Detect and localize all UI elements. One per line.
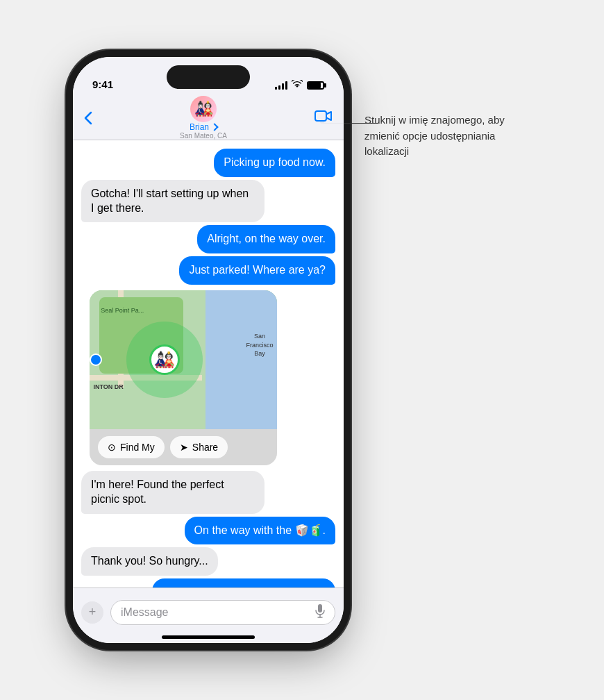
street-label: INTON DR bbox=[93, 383, 123, 390]
location-avatar: 🎎 bbox=[149, 344, 180, 375]
map-bubble[interactable]: Seal Point Pa... SanFranciscoBay INTON D… bbox=[90, 290, 277, 465]
message-bubble[interactable]: I'm here! Found the perfect picnic spot. bbox=[81, 471, 265, 514]
bay-label: SanFranciscoBay bbox=[246, 332, 274, 358]
svg-rect-1 bbox=[318, 604, 322, 612]
message-row: Gotcha! I'll start setting up when I get… bbox=[73, 180, 344, 223]
add-attachment-button[interactable]: + bbox=[81, 601, 103, 624]
microphone-icon[interactable] bbox=[315, 604, 325, 621]
phone-frame: 9:41 bbox=[73, 57, 344, 643]
contact-header[interactable]: 🎎 Brian San Mateo, CA bbox=[180, 96, 227, 140]
home-indicator bbox=[162, 635, 255, 639]
dynamic-island bbox=[167, 65, 250, 89]
page-wrapper: 9:41 bbox=[73, 57, 531, 643]
message-row: On the way with the 🥡🧃. bbox=[73, 517, 344, 545]
map-buttons: ⊙ Find My ➤ Share bbox=[90, 429, 277, 465]
find-my-button[interactable]: ⊙ Find My bbox=[98, 436, 165, 458]
annotation-area: Stuknij w imię znajomego, aby zmienić op… bbox=[364, 57, 531, 160]
share-label: Share bbox=[192, 442, 218, 453]
message-row: Just parked! Where are ya? bbox=[73, 256, 344, 285]
message-bubble[interactable]: Thank you! So hungry... bbox=[81, 547, 218, 576]
status-time: 9:41 bbox=[92, 78, 113, 90]
status-icons bbox=[275, 80, 324, 90]
message-row: Picking up food now. bbox=[73, 149, 344, 177]
svg-rect-0 bbox=[315, 111, 326, 121]
wifi-icon bbox=[292, 80, 303, 90]
find-my-label: Find My bbox=[120, 442, 155, 453]
annotation-text: Stuknij w imię znajomego, aby zmienić op… bbox=[364, 112, 531, 160]
video-call-button[interactable] bbox=[314, 110, 333, 126]
contact-name: Brian bbox=[190, 122, 217, 132]
message-row: Alright, on the way over. bbox=[73, 225, 344, 253]
contact-location: San Mateo, CA bbox=[180, 132, 227, 140]
message-bubble[interactable]: Me too, haha. See you shortly! 😎 bbox=[152, 578, 335, 588]
battery-icon bbox=[307, 81, 324, 90]
back-button[interactable] bbox=[84, 111, 92, 125]
chevron-icon bbox=[210, 123, 218, 131]
message-bubble[interactable]: Alright, on the way over. bbox=[197, 225, 335, 253]
find-my-icon: ⊙ bbox=[108, 442, 116, 453]
nav-bar: 🎎 Brian San Mateo, CA bbox=[73, 96, 344, 140]
input-bar: + iMessage bbox=[73, 588, 344, 643]
input-placeholder: iMessage bbox=[121, 606, 168, 619]
park-label: Seal Point Pa... bbox=[101, 307, 144, 314]
map-message-row: Seal Point Pa... SanFranciscoBay INTON D… bbox=[73, 288, 344, 468]
message-bubble[interactable]: Gotcha! I'll start setting up when I get… bbox=[81, 180, 265, 223]
share-icon: ➤ bbox=[180, 442, 188, 453]
message-bubble[interactable]: Just parked! Where are ya? bbox=[179, 256, 335, 285]
share-button[interactable]: ➤ Share bbox=[170, 436, 228, 458]
map-water bbox=[205, 290, 277, 429]
signal-icon bbox=[275, 81, 287, 90]
map-background: Seal Point Pa... SanFranciscoBay INTON D… bbox=[90, 290, 277, 429]
message-bubble[interactable]: On the way with the 🥡🧃. bbox=[185, 517, 335, 545]
chat-area: Picking up food now. Gotcha! I'll start … bbox=[73, 140, 344, 588]
message-bubble[interactable]: Picking up food now. bbox=[214, 149, 335, 177]
message-row: Me too, haha. See you shortly! 😎 bbox=[73, 578, 344, 588]
map-image[interactable]: Seal Point Pa... SanFranciscoBay INTON D… bbox=[90, 290, 277, 429]
message-input[interactable]: iMessage bbox=[110, 600, 335, 625]
message-row: I'm here! Found the perfect picnic spot. bbox=[73, 471, 344, 514]
message-row: Thank you! So hungry... bbox=[73, 547, 344, 576]
avatar: 🎎 bbox=[190, 96, 217, 122]
user-location-dot bbox=[90, 353, 102, 366]
